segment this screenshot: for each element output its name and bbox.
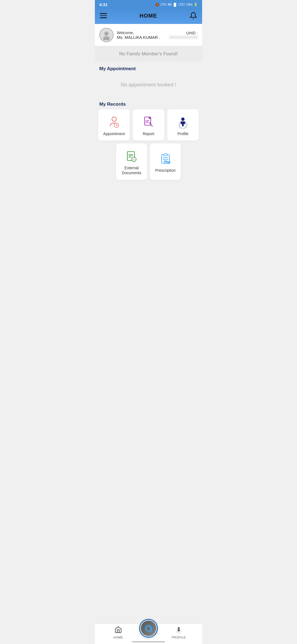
report-label: Report [143, 131, 154, 136]
status-bar: 4:31 🔕 LTE1 5G ▐▌ LTE2 74% 🔋 [95, 0, 202, 9]
family-banner: No Family Member's Found! [95, 46, 202, 62]
svg-rect-14 [183, 125, 184, 126]
app-header: HOME [95, 9, 202, 24]
mute-icon: 🔕 [155, 3, 159, 7]
record-card-profile[interactable]: Profile [167, 109, 199, 141]
battery-level: 74% [186, 3, 193, 7]
external-documents-icon: ✓ [125, 149, 138, 163]
my-appointment-header: My Appointment [95, 62, 202, 74]
uhid-label: UHID : [186, 31, 198, 35]
external-documents-label: ExternalDocuments [122, 165, 141, 175]
profile-icon [176, 115, 189, 129]
signal-bars: ▐▌ [173, 3, 177, 7]
status-icons: 🔕 LTE1 5G ▐▌ LTE2 74% 🔋 [155, 3, 198, 7]
battery-icon: 🔋 [194, 3, 198, 7]
no-appointment-message: No appointment booked ! [99, 77, 198, 91]
prescription-icon [159, 152, 172, 165]
appointment-icon [108, 115, 121, 129]
uhid-section: UHID : XXXXXXXXXXXX [169, 31, 198, 39]
record-card-report[interactable]: Report [133, 109, 164, 141]
signal-lte1: LTE1 [160, 3, 167, 6]
report-icon [142, 115, 155, 129]
svg-rect-24 [164, 154, 167, 156]
svg-point-1 [103, 36, 110, 40]
my-records-header: My Records [95, 97, 202, 109]
records-grid-top: Appointment Re [98, 109, 199, 141]
record-card-appointment[interactable]: Appointment [98, 109, 130, 141]
menu-button[interactable] [100, 13, 107, 18]
welcome-section: Welcome, Ms. MALLIKA KUMAR . UHID : XXXX… [95, 24, 202, 46]
svg-text:✓: ✓ [133, 158, 135, 161]
page-title: HOME [139, 13, 157, 19]
record-card-external-documents[interactable]: ✓ ExternalDocuments [116, 143, 147, 180]
uhid-value: XXXXXXXXXXXX [169, 35, 198, 39]
records-section: Appointment Re [95, 109, 202, 185]
appointment-section: No appointment booked ! [95, 74, 202, 97]
notification-bell-button[interactable] [189, 12, 197, 20]
appointment-label: Appointment [103, 131, 125, 136]
svg-point-0 [104, 32, 108, 36]
signal-lte2: LTE2 [178, 3, 185, 6]
avatar [99, 28, 114, 42]
profile-label: Profile [177, 131, 188, 136]
svg-point-2 [112, 117, 116, 121]
welcome-name: Ms. MALLIKA KUMAR . [117, 35, 160, 40]
status-time: 4:31 [99, 2, 108, 7]
prescription-label: Prescription [155, 168, 176, 173]
network-5g: 5G [168, 3, 171, 6]
welcome-greeting: Welcome, [117, 31, 160, 35]
records-grid-bottom: ✓ ExternalDocuments [98, 143, 199, 180]
svg-point-9 [181, 118, 185, 121]
svg-rect-13 [182, 125, 183, 126]
record-card-prescription[interactable]: Prescription [150, 143, 181, 180]
